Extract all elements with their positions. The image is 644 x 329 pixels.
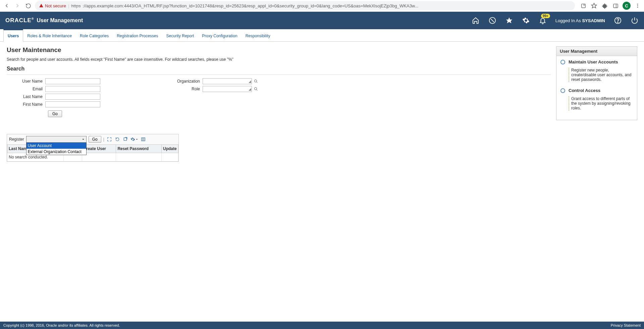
svg-line-14 [257,82,258,83]
register-dropdown-list: User Account External Organization Conta… [26,142,87,155]
power-logout-icon[interactable] [631,16,639,25]
svg-marker-9 [506,17,512,23]
clock-icon[interactable] [488,16,496,25]
register-option-external-org[interactable]: External Organization Contact [26,149,86,155]
search-form: User Name Email Last Name First Name Go [7,78,551,117]
svg-rect-18 [124,138,126,140]
side-option-maintain[interactable]: Maintain User Accounts [560,59,633,64]
input-role[interactable] [203,86,252,92]
side-option-desc: Register new people, create/disable user… [569,68,633,82]
url-text: ://apps.example.com:4443/OA_HTML/RF.jsp?… [83,3,418,8]
svg-point-5 [637,5,638,6]
label-first-name: First Name [10,102,45,107]
columns-icon[interactable] [140,136,146,142]
col-reset-password[interactable]: Reset Password [116,145,162,153]
side-panel: User Management Maintain User Accounts R… [556,46,637,120]
app-title: User Management [37,17,83,23]
app-header: ORACLE® User Management 99+ Logged In As… [0,12,644,29]
lov-search-organization-icon[interactable] [253,79,259,84]
notifications-bell-icon[interactable]: 99+ [539,16,547,25]
url-https: https [71,3,80,8]
svg-marker-19 [136,139,138,140]
not-secure-badge: Not secure [39,3,66,8]
tab-proxy[interactable]: Proxy Configuration [198,30,241,41]
svg-point-11 [618,22,618,22]
svg-line-16 [257,90,258,91]
tab-responsibility[interactable]: Responsibility [241,30,274,41]
page-title: User Maintenance [7,46,551,54]
bookmark-star-icon[interactable] [590,2,598,9]
notification-badge: 99+ [541,14,550,18]
tab-strip: Users Roles & Role Inheritance Role Cate… [0,29,644,42]
svg-rect-0 [581,4,585,7]
label-user-name: User Name [10,79,45,84]
register-toolbar: Register User Account External Organizat… [7,134,178,144]
svg-marker-1 [592,3,597,8]
chevron-down-icon [82,138,85,141]
input-email[interactable] [45,86,100,92]
reload-button[interactable] [24,2,32,10]
share-icon[interactable] [580,2,587,9]
detach-icon[interactable] [122,136,128,142]
side-panel-title: User Management [556,47,637,56]
profile-avatar[interactable]: C [623,2,631,10]
page-instructions: Search for people and user accounts. All… [7,57,551,62]
col-create-user[interactable]: Create User [82,145,116,153]
tab-roles[interactable]: Roles & Role Inheritance [23,30,76,41]
input-user-name[interactable] [45,78,100,84]
radio-icon[interactable] [560,60,565,64]
input-organization[interactable] [203,78,252,84]
register-go-button[interactable]: Go [89,136,101,143]
register-label: Register [9,137,24,142]
side-option-control-access[interactable]: Control Access [560,88,633,93]
radio-icon[interactable] [560,88,565,93]
label-last-name: Last Name [10,94,45,99]
search-go-button[interactable]: Go [48,110,62,117]
help-icon[interactable] [614,16,622,25]
oracle-logo: ORACLE® [5,17,34,24]
divider [7,75,551,75]
col-update[interactable]: Update [162,145,178,153]
svg-rect-2 [613,4,618,7]
label-role: Role [167,87,203,91]
settings-gear-icon[interactable] [522,16,530,25]
svg-rect-20 [142,138,145,141]
input-first-name[interactable] [45,101,100,107]
extensions-icon[interactable] [601,2,608,9]
label-organization: Organization [167,79,203,84]
side-option-desc: Grant access to different parts of the s… [569,96,633,110]
tab-users[interactable]: Users [3,29,23,42]
side-option-label: Maintain User Accounts [569,59,618,64]
forward-button[interactable] [13,2,21,10]
logged-in-label: Logged In As SYSADMIN [555,18,605,23]
lov-corner-icon: ◢ [249,80,251,83]
svg-marker-17 [82,139,84,140]
search-heading: Search [7,66,551,72]
address-bar[interactable]: Not secure | https://apps.example.com:44… [35,1,575,10]
tab-security-report[interactable]: Security Report [162,30,198,41]
results-region: Register User Account External Organizat… [7,134,179,162]
back-button[interactable] [3,2,11,10]
home-icon[interactable] [472,16,480,25]
svg-point-6 [637,7,638,8]
refresh-icon[interactable] [114,136,120,142]
lov-corner-icon: ◢ [249,87,251,91]
kebab-menu-icon[interactable] [634,2,641,9]
not-secure-label: Not secure [45,3,66,8]
label-email: Email [10,87,45,91]
lov-search-role-icon[interactable] [253,86,259,92]
svg-point-4 [637,4,638,5]
svg-line-8 [491,19,494,22]
tab-role-categories[interactable]: Role Categories [76,30,113,41]
input-last-name[interactable] [45,94,100,100]
settings-dropdown-icon[interactable] [130,137,138,142]
sidepanel-icon[interactable] [612,2,619,9]
favorites-star-icon[interactable] [505,16,513,25]
register-select[interactable]: User Account External Organization Conta… [26,136,87,143]
toolbar-separator: | [103,137,104,142]
expand-icon[interactable] [106,136,112,142]
register-option-user-account[interactable]: User Account [26,143,86,149]
svg-point-15 [255,88,257,90]
tab-registration[interactable]: Registration Processes [113,30,162,41]
browser-toolbar: Not secure | https://apps.example.com:44… [0,0,644,12]
